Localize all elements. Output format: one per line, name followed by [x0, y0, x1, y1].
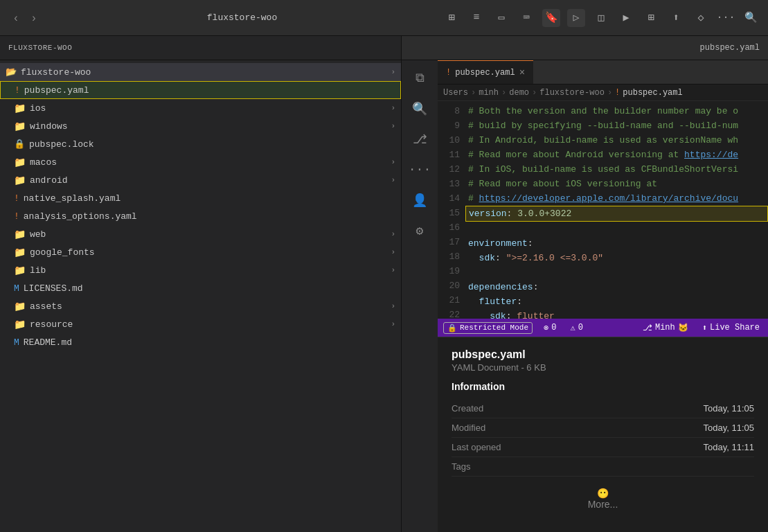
folder-web[interactable]: 📁 web › [0, 225, 401, 243]
share-icon[interactable]: ⬆ [667, 9, 685, 27]
back-button[interactable]: ‹ [8, 10, 24, 26]
run-icon[interactable]: ▶ [617, 9, 635, 27]
menu-icon[interactable]: ⊞ [642, 9, 660, 27]
restricted-label: Restricted Mode [460, 323, 528, 332]
git-side-icon[interactable]: ⎇ [407, 127, 432, 152]
user-side-icon[interactable]: 👤 [407, 188, 432, 213]
restricted-mode-badge[interactable]: 🔒 Restricted Mode [443, 322, 533, 334]
breadcrumb-warn-icon: ! [615, 88, 620, 98]
search-side-icon[interactable]: 🔍 [407, 96, 432, 121]
breadcrumb-minh[interactable]: minh [479, 88, 499, 98]
file-pubspec-lock[interactable]: 🔒 pubspec.lock [0, 135, 401, 153]
error-count[interactable]: ⊗ 0 [541, 323, 559, 333]
more-side-icon[interactable]: ··· [407, 157, 432, 182]
tab-yaml-icon: ! [446, 68, 451, 78]
file-analysis-options[interactable]: ! analysis_options.yaml [0, 207, 401, 225]
chevron-icon: › [391, 104, 395, 112]
more-label: More... [463, 499, 743, 510]
code-line-22: sdk: flutter [465, 309, 768, 319]
tab-pubspec-yaml[interactable]: ! pubspec.yaml × [438, 60, 533, 84]
last-opened-value: Today, 11:11 [704, 442, 754, 452]
terminal-icon[interactable]: ⌨ [517, 9, 535, 27]
title-bar: ‹ › fluxstore-woo ⊞ ≡ ▭ ⌨ 🔖 ▷ ◫ ▶ ⊞ ⬆ ◇ … [0, 0, 768, 36]
folder-assets[interactable]: 📁 assets › [0, 297, 401, 315]
grid-icon[interactable]: ⊞ [443, 9, 461, 27]
git-icon: ⎇ [643, 323, 652, 333]
file-tree: 📂 fluxstore-woo › ! pubspec.yaml 📁 ios › [0, 60, 401, 532]
code-line-10: # In Android, build-name is used as vers… [465, 133, 768, 148]
folder-macos[interactable]: 📁 macos › [0, 153, 401, 171]
chevron-icon: › [391, 158, 395, 166]
nav-buttons[interactable]: ‹ › [8, 10, 42, 26]
breadcrumb-demo[interactable]: demo [509, 88, 529, 98]
folder-resource[interactable]: 📁 resource › [0, 315, 401, 333]
debug-icon[interactable]: ▷ [567, 9, 585, 27]
yaml-icon: ! [14, 193, 19, 204]
search-icon[interactable]: 🔍 [742, 9, 760, 27]
code-line-16 [465, 222, 768, 236]
chevron-icon: › [391, 230, 395, 238]
folder-label: lib [30, 265, 46, 276]
forward-button[interactable]: › [26, 10, 42, 26]
tree-root[interactable]: 📂 fluxstore-woo › [0, 63, 401, 81]
folder-windows[interactable]: 📁 windows › [0, 117, 401, 135]
warning-icon: ⚠ [570, 323, 575, 333]
extensions-icon[interactable]: ◫ [592, 9, 610, 27]
file-readme[interactable]: M README.md [0, 333, 401, 351]
folder-ios[interactable]: 📁 ios › [0, 99, 401, 117]
folder-google-fonts[interactable]: 📁 google_fonts › [0, 243, 401, 261]
info-subtitle: YAML Document - 6 KB [452, 362, 754, 373]
file-pubspec-yaml[interactable]: ! pubspec.yaml [0, 81, 401, 99]
live-share-label: Live Share [710, 323, 760, 332]
modified-value: Today, 11:05 [704, 423, 754, 433]
code-content: # Both the version and the builder numbe… [465, 101, 768, 319]
tags-label: Tags [452, 461, 470, 472]
share-icon: ⬆ [702, 323, 707, 333]
code-area: 8 9 10 11 12 13 14 15 16 17 18 19 20 21 [438, 101, 768, 319]
user-status[interactable]: ⎇ Minh 🐱 [640, 323, 691, 333]
live-share-status[interactable]: ⬆ Live Share [699, 323, 762, 333]
breadcrumb-fluxstore[interactable]: fluxstore-woo [539, 88, 605, 98]
code-line-11: # Read more about Android versioning at … [465, 148, 768, 162]
created-label: Created [452, 403, 483, 414]
file-label: pubspec.yaml [24, 85, 89, 96]
settings-side-icon[interactable]: ⚙ [407, 218, 432, 243]
code-line-14: # https://developer.apple.com/library/ar… [465, 191, 768, 206]
window-title: fluxstore-woo [47, 12, 437, 23]
folder-icon: 📁 [14, 157, 26, 168]
info-filename: pubspec.yaml [452, 348, 754, 361]
more-icon[interactable]: ··· [717, 9, 735, 27]
toolbar-icons: ⊞ ≡ ▭ ⌨ 🔖 ▷ ◫ ▶ ⊞ ⬆ ◇ ··· 🔍 [443, 9, 760, 27]
explorer-header: fluxstore-woo [0, 36, 401, 60]
warning-count[interactable]: ⚠ 0 [567, 323, 585, 333]
chevron-icon: › [391, 122, 395, 130]
yaml-icon: ! [14, 211, 19, 222]
list-icon[interactable]: ≡ [467, 9, 485, 27]
bookmark-icon[interactable]: 🔖 [542, 9, 560, 27]
right-panel: pubspec.yaml ⧉ 🔍 ⎇ ··· 👤 ⚙ ! pubspec.yam… [402, 36, 768, 532]
folder-lib[interactable]: 📁 lib › [0, 261, 401, 279]
tab-close-icon[interactable]: × [519, 67, 525, 78]
left-content: 📂 fluxstore-woo › ! pubspec.yaml 📁 ios › [0, 60, 401, 532]
split-icon[interactable]: ▭ [492, 9, 510, 27]
left-panel: fluxstore-woo 📂 fluxstore-woo › ! pubspe… [0, 36, 402, 532]
badge-icon[interactable]: ◇ [692, 9, 710, 27]
breadcrumb: Users › minh › demo › fluxstore-woo › ! … [438, 85, 768, 101]
file-licenses[interactable]: M LICENSES.md [0, 279, 401, 297]
folder-android[interactable]: 📁 android › [0, 171, 401, 189]
copy-icon[interactable]: ⧉ [407, 66, 432, 91]
chevron-icon: › [391, 248, 395, 256]
breadcrumb-file[interactable]: pubspec.yaml [623, 88, 682, 98]
status-bar: 🔒 Restricted Mode ⊗ 0 ⚠ 0 ⎇ Minh [438, 319, 768, 337]
editor-title-filename: pubspec.yaml [700, 43, 760, 53]
code-line-20: dependencies: [465, 280, 768, 294]
more-button[interactable]: 😶 More... [452, 477, 754, 521]
chevron-icon: › [391, 266, 395, 274]
code-line-13: # Read more about iOS versioning at [465, 177, 768, 191]
breadcrumb-users[interactable]: Users [443, 88, 468, 98]
error-num: 0 [551, 323, 556, 332]
file-native-splash[interactable]: ! native_splash.yaml [0, 189, 401, 207]
md-icon: M [14, 337, 19, 348]
folder-icon: 📁 [14, 103, 26, 114]
yaml-icon: ! [15, 85, 20, 96]
